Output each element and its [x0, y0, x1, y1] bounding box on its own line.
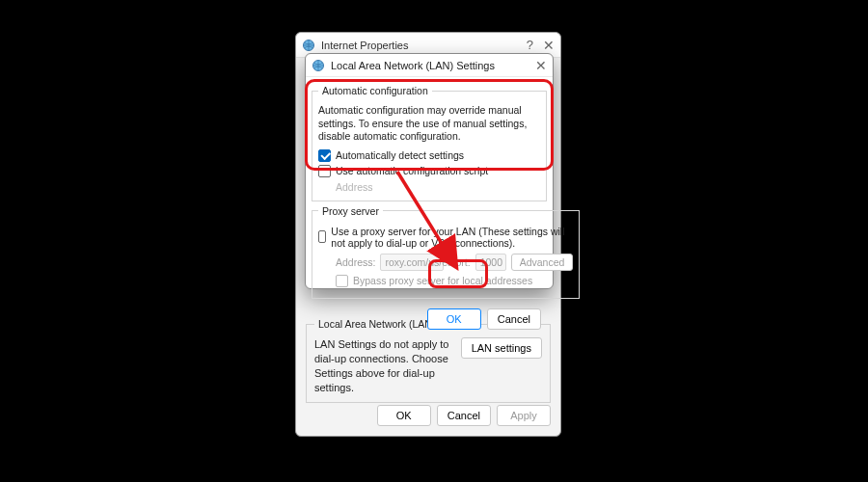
auto-address-label: Address: [336, 181, 540, 193]
parent-ok-button[interactable]: OK: [377, 405, 431, 426]
help-icon[interactable]: ?: [527, 38, 533, 52]
parent-bottom-buttons: OK Cancel Apply: [377, 405, 551, 426]
proxy-legend: Proxy server: [318, 205, 383, 217]
proxy-server-group: Proxy server Use a proxy server for your…: [312, 205, 580, 299]
globe-icon: [312, 59, 325, 72]
proxy-use-row: Use a proxy server for your LAN (These s…: [318, 226, 573, 249]
proxy-address-label: Address:: [336, 256, 375, 268]
auto-detect-label: Automatically detect settings: [336, 149, 464, 161]
proxy-address-row: Address: roxy.com/us/en Port: 1000 Advan…: [336, 254, 573, 271]
lan-ok-button[interactable]: OK: [427, 308, 481, 330]
parent-cancel-button[interactable]: Cancel: [437, 405, 491, 426]
lan-buttons-row: OK Cancel: [312, 303, 547, 337]
automatic-configuration-group: Automatic configuration Automatic config…: [312, 85, 547, 201]
globe-icon: [302, 39, 315, 52]
auto-description: Automatic configuration may override man…: [318, 104, 540, 144]
lan-title: Local Area Network (LAN) Settings: [331, 60, 495, 71]
proxy-advanced-button[interactable]: Advanced: [511, 254, 574, 271]
auto-detect-row: Automatically detect settings: [318, 149, 540, 162]
proxy-use-label: Use a proxy server for your LAN (These s…: [331, 226, 573, 249]
lan-cancel-button[interactable]: Cancel: [487, 308, 541, 330]
auto-script-row: Use automatic configuration script: [318, 165, 540, 177]
proxy-use-checkbox[interactable]: [318, 230, 326, 243]
proxy-bypass-checkbox[interactable]: [336, 275, 348, 287]
lan-titlebar: Local Area Network (LAN) Settings ✕: [306, 54, 553, 77]
parent-title: Internet Properties: [321, 40, 409, 51]
proxy-bypass-row: Bypass proxy server for local addresses: [336, 275, 573, 287]
close-icon[interactable]: ✕: [543, 38, 555, 53]
auto-detect-checkbox[interactable]: [318, 149, 331, 162]
auto-script-checkbox[interactable]: [318, 165, 331, 177]
proxy-port-input[interactable]: 1000: [475, 254, 506, 271]
lan-settings-text: LAN Settings do not apply to dial-up con…: [314, 337, 455, 394]
auto-script-label: Use automatic configuration script: [336, 165, 488, 176]
close-icon[interactable]: ✕: [535, 58, 547, 73]
proxy-bypass-label: Bypass proxy server for local addresses: [353, 275, 532, 286]
auto-legend: Automatic configuration: [318, 85, 432, 96]
lan-body: Automatic configuration Automatic config…: [306, 77, 553, 343]
parent-apply-button[interactable]: Apply: [497, 405, 551, 426]
lan-settings-dialog: Local Area Network (LAN) Settings ✕ Auto…: [305, 53, 554, 289]
proxy-address-input[interactable]: roxy.com/us/en: [380, 254, 444, 271]
proxy-port-label: Port:: [448, 256, 470, 268]
